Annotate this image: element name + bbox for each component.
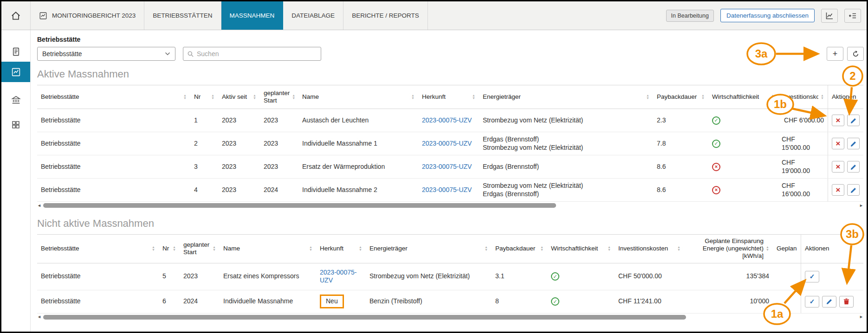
activate-button[interactable]: ✓ — [805, 271, 819, 282]
scroll-left-icon[interactable]: ◄ — [37, 204, 41, 208]
wirtschaftlich-ok-icon: ✓ — [551, 272, 559, 281]
finish-data-entry-button[interactable]: Datenerfassung abschliessen — [720, 9, 815, 22]
deactivate-button[interactable]: × — [832, 115, 844, 126]
sort-icon[interactable] — [183, 94, 187, 100]
cell-paybackdauer: 2.3 — [653, 109, 708, 132]
grid-icon — [11, 120, 20, 129]
col-geplanter-start: geplanter Start — [180, 235, 220, 263]
active-measures-section: Aktive Massnahmen Betriebsstätte Nr Akti… — [37, 68, 867, 209]
herkunft-link[interactable]: 2023-00075-UZV — [422, 116, 472, 125]
sort-icon[interactable] — [309, 246, 312, 251]
refresh-icon — [852, 50, 860, 58]
cell-aktionen: ✓ — [801, 290, 863, 313]
sort-icon[interactable] — [766, 246, 769, 251]
chart-view-button[interactable] — [821, 9, 838, 23]
edit-button[interactable] — [822, 296, 836, 307]
filter-group-label: Betriebsstätte — [37, 36, 867, 43]
pencil-icon — [826, 298, 833, 305]
sort-icon[interactable] — [608, 246, 611, 251]
cell-energietraeger: Erdgas (Brennstoff) — [479, 155, 653, 178]
cell-aktionen: ✓ — [801, 263, 863, 290]
pencil-icon — [850, 187, 857, 193]
tab-label: MASSNAHMEN — [230, 12, 275, 19]
sidebar-item-form[interactable] — [1, 41, 30, 62]
topbar-right-controls: In Bearbeitung Datenerfassung abschliess… — [666, 1, 867, 30]
col-wirtschaftlichkeit: Wirtschaftlichkeit — [708, 85, 778, 109]
s-icon[interactable] — [677, 246, 680, 251]
betriebsstaette-select[interactable]: Betriebsstätte — [37, 47, 175, 61]
sort-icon[interactable] — [821, 94, 824, 100]
horizontal-scrollbar[interactable]: ◄ ► — [37, 202, 863, 209]
sort-icon[interactable] — [411, 94, 415, 100]
sort-icon[interactable] — [292, 94, 295, 100]
sort-icon[interactable] — [646, 94, 649, 100]
scrollbar-thumb[interactable] — [43, 315, 686, 320]
line-chart-icon — [824, 11, 835, 20]
cell-investitionskosten: CHF 15'000.00 — [778, 132, 828, 155]
tab-massnahmen[interactable]: MASSNAHMEN — [221, 1, 284, 30]
scroll-left-icon[interactable]: ◄ — [37, 315, 41, 319]
refresh-button[interactable] — [847, 47, 864, 61]
sort-icon[interactable] — [253, 94, 256, 100]
sort-icon[interactable] — [152, 246, 155, 251]
scroll-right-icon[interactable]: ► — [859, 315, 863, 319]
deactivate-button[interactable]: × — [832, 161, 844, 173]
sort-icon[interactable] — [213, 246, 216, 251]
edit-button[interactable] — [847, 161, 860, 173]
delete-button[interactable] — [839, 296, 854, 307]
cell-geplant-truncated — [773, 290, 801, 313]
sidebar-item-betrieb[interactable] — [1, 90, 30, 110]
horizontal-scrollbar[interactable]: ◄ ► — [37, 314, 863, 321]
sort-icon[interactable] — [771, 94, 774, 100]
deactivate-button[interactable]: × — [832, 184, 844, 196]
col-energietraeger: Energieträger — [366, 235, 492, 263]
cell-wirtschaftlichkeit: ✓ — [547, 263, 615, 290]
edit-button[interactable] — [847, 138, 860, 149]
cell-betriebsstaette: Betriebsstätte — [37, 290, 159, 313]
cell-herkunft: 2023-00075-UZV — [316, 263, 366, 290]
edit-button[interactable] — [847, 115, 860, 126]
pencil-icon — [850, 141, 857, 147]
cell-herkunft: 2023-00075-UZV — [418, 155, 479, 178]
sidebar-item-module[interactable] — [1, 115, 30, 135]
cell-wirtschaftlichkeit: × — [708, 155, 778, 178]
tab-betriebsstaetten[interactable]: BETRIEBSSTÄTTEN — [144, 1, 221, 30]
herkunft-link[interactable]: 2023-00075-UZV — [422, 163, 472, 171]
edit-button[interactable] — [847, 184, 860, 196]
herkunft-link[interactable]: 2023-00075-UZV — [320, 269, 362, 285]
herkunft-link[interactable]: 2023-00075-UZV — [422, 186, 472, 194]
collapse-panel-button[interactable] — [844, 9, 861, 23]
scrollbar-track[interactable] — [43, 314, 857, 320]
sort-icon[interactable] — [173, 246, 176, 251]
sort-icon[interactable] — [701, 94, 705, 100]
scroll-right-icon[interactable]: ► — [859, 204, 863, 208]
col-nr: Nr — [190, 85, 218, 109]
table-row: Betriebsstätte 4 2023 2024 Individuelle … — [37, 179, 863, 202]
cell-betriebsstaette: Betriebsstätte — [37, 179, 190, 201]
sort-icon[interactable] — [211, 94, 214, 100]
close-icon: × — [836, 163, 841, 171]
left-sidebar — [1, 30, 31, 332]
sort-icon[interactable] — [485, 246, 488, 251]
cell-aktiv-seit: 2023 — [218, 109, 260, 132]
scrollbar-thumb[interactable] — [43, 203, 556, 208]
search-input[interactable] — [197, 47, 321, 60]
sort-icon[interactable] — [472, 94, 475, 100]
activate-button[interactable]: ✓ — [805, 296, 819, 307]
cell-aktiv-seit: 2023 — [218, 132, 260, 155]
herkunft-link[interactable]: 2023-00075-UZV — [422, 140, 472, 148]
tab-berichte-reports[interactable]: BERICHTE / REPORTS — [343, 1, 428, 30]
chart-icon — [11, 67, 21, 77]
sort-icon[interactable] — [359, 246, 362, 251]
home-button[interactable] — [1, 1, 30, 30]
tab-dateiablage[interactable]: DATEIABLAGE — [283, 1, 343, 30]
scrollbar-track[interactable] — [43, 203, 857, 208]
tab-monitoringbericht[interactable]: MONITORINGBERICHT 2023 — [30, 1, 144, 30]
deactivate-button[interactable]: × — [832, 138, 844, 149]
main-content: Betriebsstätte Betriebsstätte + — [31, 30, 867, 332]
add-massnahme-button[interactable]: + — [827, 47, 843, 61]
sidebar-item-massnahmen[interactable] — [1, 62, 30, 82]
cell-nr: 3 — [190, 155, 218, 178]
sort-icon[interactable] — [540, 246, 544, 251]
form-icon — [11, 47, 21, 57]
